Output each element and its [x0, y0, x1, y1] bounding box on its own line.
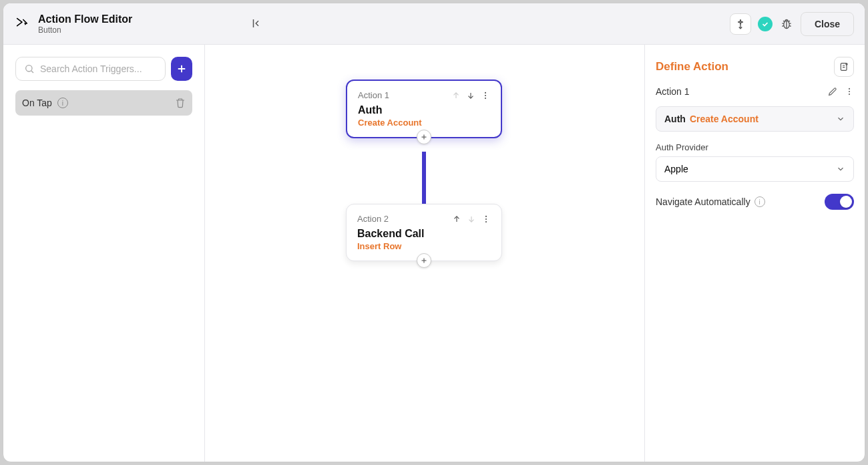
- action-node-2[interactable]: Action 2 Backend Call Insert Row: [346, 204, 502, 261]
- svg-point-24: [485, 218, 487, 219]
- node-menu-button[interactable]: [481, 214, 491, 224]
- action-type-select[interactable]: Auth Create Account: [656, 106, 854, 132]
- search-icon: [24, 63, 35, 74]
- chevron-down-icon: [836, 114, 845, 124]
- node1-label: Action 1: [358, 90, 389, 100]
- node2-sub: Insert Row: [357, 241, 491, 251]
- auth-provider-label: Auth Provider: [656, 142, 854, 152]
- search-input[interactable]: [40, 63, 157, 74]
- svg-point-35: [849, 94, 850, 95]
- status-ok-icon: [758, 17, 773, 31]
- page-subtitle: Button: [38, 25, 132, 35]
- close-button[interactable]: Close: [801, 12, 854, 36]
- auth-provider-select[interactable]: Apple: [656, 156, 854, 182]
- svg-line-8: [783, 21, 785, 22]
- action-type-sub: Create Account: [690, 114, 758, 124]
- move-up-button[interactable]: [452, 214, 461, 224]
- info-icon[interactable]: i: [57, 98, 68, 108]
- node2-title: Backend Call: [357, 228, 491, 240]
- edit-name-button[interactable]: [827, 86, 838, 97]
- info-icon[interactable]: i: [754, 196, 765, 207]
- svg-point-18: [485, 98, 486, 99]
- page-title: Action Flow Editor: [38, 13, 132, 25]
- node1-sub: Create Account: [358, 118, 490, 128]
- magic-icon-button[interactable]: [730, 13, 751, 35]
- action-node-1[interactable]: Action 1 Auth Create Account: [346, 80, 502, 138]
- svg-point-23: [485, 215, 487, 216]
- panel-action-button[interactable]: [834, 57, 854, 77]
- svg-point-16: [485, 92, 486, 93]
- auth-provider-value: Apple: [664, 164, 688, 174]
- trigger-label: On Tap: [22, 98, 52, 108]
- svg-line-9: [789, 21, 790, 22]
- flow-canvas[interactable]: Action 1 Auth Create Account Action 2: [205, 45, 644, 462]
- move-down-icon: [467, 214, 476, 224]
- panel-title: Define Action: [656, 60, 728, 73]
- node-menu-button[interactable]: [481, 91, 490, 100]
- node1-title: Auth: [358, 104, 490, 116]
- add-after-node1-button[interactable]: [417, 130, 431, 144]
- add-after-node2-button[interactable]: [417, 253, 431, 268]
- collapse-sidebar-button[interactable]: [247, 14, 266, 33]
- svg-line-11: [31, 71, 33, 73]
- action-type-main: Auth: [664, 114, 686, 124]
- add-trigger-button[interactable]: [171, 57, 192, 81]
- action-menu-button[interactable]: [845, 87, 854, 96]
- flow-editor-icon: [14, 15, 30, 31]
- node2-label: Action 2: [357, 214, 389, 224]
- nav-auto-toggle[interactable]: [825, 194, 854, 210]
- define-action-panel: Define Action Action 1 Auth Create Accou…: [644, 45, 865, 462]
- trigger-item-ontap[interactable]: On Tap i: [15, 90, 192, 116]
- action-name-label: Action 1: [656, 86, 690, 97]
- debug-icon-button[interactable]: [779, 17, 794, 31]
- move-down-button[interactable]: [466, 91, 475, 100]
- triggers-sidebar: On Tap i: [3, 45, 205, 462]
- search-input-wrap[interactable]: [15, 57, 166, 81]
- move-up-icon: [451, 91, 461, 100]
- svg-line-7: [789, 25, 791, 26]
- svg-point-33: [849, 88, 850, 90]
- nav-auto-label: Navigate Automatically: [656, 196, 750, 207]
- svg-point-25: [485, 221, 487, 222]
- svg-point-34: [849, 91, 850, 92]
- chevron-down-icon: [836, 164, 845, 174]
- delete-trigger-button[interactable]: [175, 98, 186, 108]
- svg-line-6: [782, 25, 784, 26]
- svg-point-17: [485, 94, 486, 96]
- svg-point-10: [26, 65, 32, 71]
